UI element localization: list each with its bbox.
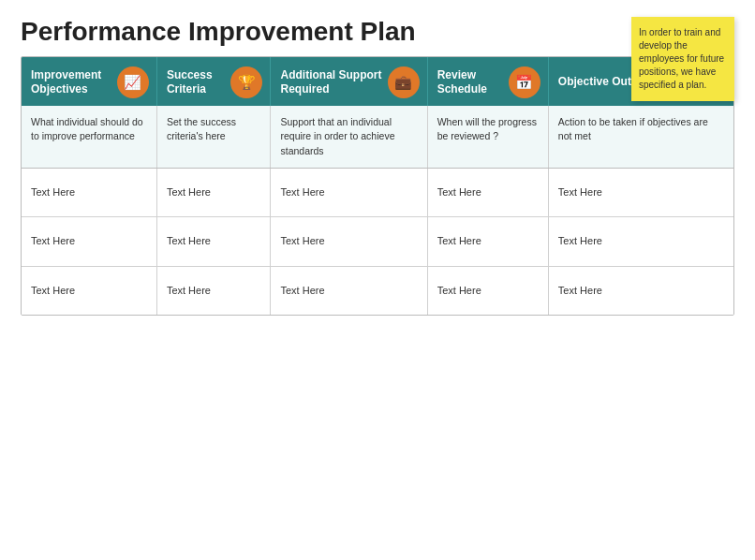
table-body: What individual should do to improve per… (22, 106, 733, 315)
page-title: Performance Improvement Plan (21, 17, 734, 47)
cell-2-4: Text Here (548, 266, 733, 315)
cell-1-4: Text Here (548, 217, 733, 266)
sticky-note: In order to train and develop the employ… (631, 17, 734, 101)
header-icon-col3: 💼 (388, 66, 420, 98)
header-label-col3: Additional Support Required (280, 68, 381, 97)
cell-2-0: Text Here (22, 266, 156, 315)
data-row-2: Text HereText HereText HereText HereText… (22, 266, 733, 315)
cell-2-3: Text Here (427, 266, 548, 315)
cell-1-3: Text Here (427, 217, 548, 266)
desc-cell-4: Action to be taken if objectives are not… (548, 106, 733, 168)
cell-0-2: Text Here (271, 168, 427, 216)
table-header: Improvement Objectives📈Success Criteria🏆… (22, 57, 733, 106)
header-label-col1: Improvement Objectives (31, 68, 111, 97)
data-row-0: Text HereText HereText HereText HereText… (22, 168, 733, 216)
header-icon-col1: 📈 (117, 66, 149, 98)
cell-1-2: Text Here (271, 217, 427, 266)
table-wrapper: Improvement Objectives📈Success Criteria🏆… (21, 56, 734, 316)
cell-1-0: Text Here (22, 217, 156, 266)
slide: In order to train and develop the employ… (0, 0, 755, 560)
main-table: Improvement Objectives📈Success Criteria🏆… (22, 57, 733, 315)
desc-cell-1: Set the success criteria's here (156, 106, 271, 168)
header-cell-col1: Improvement Objectives📈 (22, 57, 156, 106)
header-icon-col4: 📅 (509, 66, 540, 98)
desc-cell-0: What individual should do to improve per… (22, 106, 156, 168)
cell-0-1: Text Here (156, 168, 271, 216)
cell-2-1: Text Here (156, 266, 271, 315)
cell-1-1: Text Here (156, 217, 271, 266)
cell-0-4: Text Here (548, 168, 733, 216)
cell-0-3: Text Here (427, 168, 548, 216)
header-icon-col2: 🏆 (230, 66, 262, 98)
header-label-col4: Review Schedule (437, 68, 503, 97)
data-row-1: Text HereText HereText HereText HereText… (22, 217, 733, 266)
header-cell-col2: Success Criteria🏆 (156, 57, 271, 106)
cell-2-2: Text Here (271, 266, 427, 315)
desc-cell-2: Support that an individual require in or… (271, 106, 427, 168)
sticky-text: In order to train and develop the employ… (639, 27, 724, 90)
cell-0-0: Text Here (22, 168, 156, 216)
description-row: What individual should do to improve per… (22, 106, 733, 168)
desc-cell-3: When will the progress be reviewed ? (427, 106, 548, 168)
header-cell-col4: Review Schedule📅 (427, 57, 548, 106)
header-label-col2: Success Criteria (167, 68, 226, 97)
header-cell-col3: Additional Support Required💼 (271, 57, 427, 106)
